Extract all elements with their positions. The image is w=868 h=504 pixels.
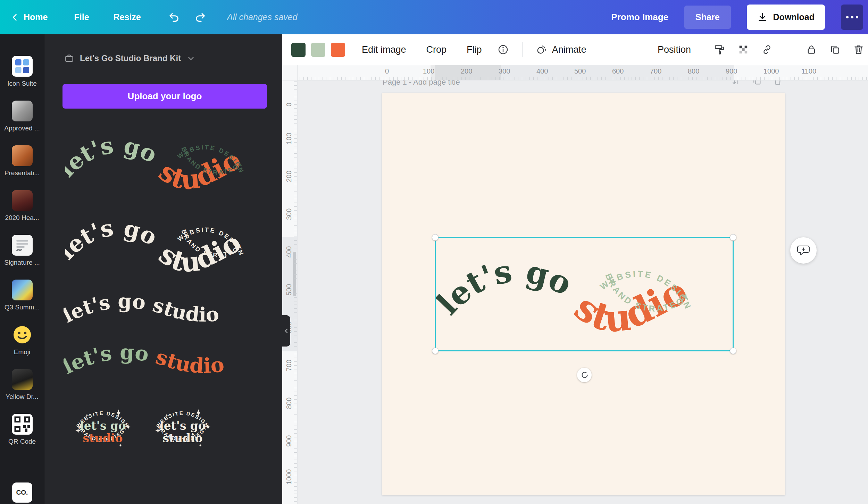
delete-button[interactable] xyxy=(853,44,865,55)
content-planner-logo[interactable]: CO. xyxy=(12,482,32,503)
canvas-area[interactable]: 0 100 200 300 400 500 600 700 800 900 10… xyxy=(282,65,868,504)
animate-icon xyxy=(536,44,548,55)
yellow-dress-thumbnail xyxy=(12,369,33,390)
brand-kit-selector[interactable]: Let's Go Studio Brand Kit xyxy=(64,53,195,63)
animate-button[interactable]: Animate xyxy=(536,44,586,55)
icon-suite-thumbnail xyxy=(12,56,33,77)
flip-button[interactable]: Flip xyxy=(467,44,482,55)
color-swatch-dark-green[interactable] xyxy=(291,43,306,57)
horizontal-ruler: 0 100 200 300 400 500 600 700 800 900 10… xyxy=(298,65,868,80)
duplicate-icon xyxy=(829,44,841,55)
resize-menu[interactable]: Resize xyxy=(114,12,141,22)
rail-item-q3-summary[interactable]: Q3 Summ... xyxy=(0,280,44,311)
comment-button[interactable] xyxy=(790,237,817,264)
rail-item-qr-code[interactable]: QR Code xyxy=(0,414,44,445)
svg-text:let's go studio: let's go studio xyxy=(64,290,220,327)
more-button[interactable] xyxy=(841,5,863,30)
link-icon xyxy=(761,44,773,55)
rotate-icon xyxy=(580,370,589,379)
lock-icon xyxy=(806,44,817,55)
document-title[interactable]: Promo Image xyxy=(611,12,668,23)
rail-item-presentation[interactable]: Presentati... xyxy=(0,145,44,177)
comment-bubble-icon xyxy=(796,244,810,257)
download-icon xyxy=(757,12,768,23)
topbar: Home File Resize All changes saved Promo… xyxy=(0,0,868,34)
link-button[interactable] xyxy=(761,44,773,55)
lock-button[interactable] xyxy=(806,44,817,55)
paint-roller-icon xyxy=(714,44,726,55)
edit-image-button[interactable]: Edit image xyxy=(362,44,406,55)
svg-text:let's gostudio: let's gostudio xyxy=(64,341,225,379)
logo-badge-color[interactable]: WEBSITE DESIGN BRAND STRATEGY let's go s… xyxy=(66,392,140,465)
more-icon xyxy=(846,16,849,18)
badge-lets-text: let's go xyxy=(80,419,126,433)
badge-studio-text: studio xyxy=(83,432,123,445)
rail-item-emoji[interactable]: Emoji xyxy=(0,324,44,356)
resize-handle-top-right[interactable] xyxy=(730,234,736,241)
share-button[interactable]: Share xyxy=(684,6,731,29)
signature-thumbnail xyxy=(12,235,33,256)
panel-collapse-tab[interactable] xyxy=(282,315,290,347)
rail-item-approved[interactable]: Approved ... xyxy=(0,101,44,132)
undo-button[interactable] xyxy=(168,11,180,23)
download-button[interactable]: Download xyxy=(747,5,825,30)
info-button[interactable] xyxy=(497,44,509,55)
brand-kit-panel: Let's Go Studio Brand Kit Upload your lo… xyxy=(44,34,282,504)
logo-variant-circle-white[interactable]: let's go studio WEBSITE DESIGN BRAND STR… xyxy=(65,203,267,286)
rail-item-2020-headshot[interactable]: 2020 Hea... xyxy=(0,190,44,222)
approved-thumbnail xyxy=(12,101,33,121)
undo-icon xyxy=(168,11,180,23)
save-status: All changes saved xyxy=(227,12,298,22)
redo-icon xyxy=(194,11,206,23)
crop-button[interactable]: Crop xyxy=(426,44,447,55)
rail-item-yellow-dress[interactable]: Yellow Dr... xyxy=(0,369,44,401)
transparency-icon xyxy=(737,44,749,55)
logo-variant-wordmark-white[interactable]: let's go studio xyxy=(64,290,268,335)
logo-studio-text: studio xyxy=(153,345,225,378)
badge-lets-text: let's go xyxy=(159,419,206,433)
resize-handle-top-left[interactable] xyxy=(432,234,439,241)
upload-logo-button[interactable]: Upload your logo xyxy=(62,84,267,109)
collapse-chevron-icon xyxy=(283,328,290,334)
logo-badge-white[interactable]: WEBSITE DESIGN BRAND STRATEGY let's go s… xyxy=(146,392,219,465)
duplicate-button[interactable] xyxy=(829,44,841,55)
rotate-handle[interactable] xyxy=(577,368,592,382)
badge-studio-text: studio xyxy=(163,432,203,445)
logo-variant-wordmark-color[interactable]: let's gostudio xyxy=(64,341,268,387)
brand-kit-title: Let's Go Studio Brand Kit xyxy=(80,53,181,63)
chevron-left-icon xyxy=(10,12,20,22)
resize-handle-bottom-left[interactable] xyxy=(432,348,439,354)
canvas-selected-logo[interactable]: let's go studio WEBSITE DESIGN BRAND STR… xyxy=(435,237,734,351)
emoji-smiley-icon xyxy=(12,324,33,345)
transparency-button[interactable] xyxy=(737,44,749,55)
svg-text:let's go: let's go xyxy=(65,131,161,182)
logo-lets-text: let's go xyxy=(64,341,150,379)
app-rail: Icon Suite Approved ... Presentati... 20… xyxy=(0,34,44,504)
file-menu[interactable]: File xyxy=(74,12,89,22)
workspace: Edit image Crop Flip Animate Position xyxy=(282,34,868,504)
home-label: Home xyxy=(24,12,48,22)
brand-kit-icon xyxy=(64,53,74,63)
logo-lets-text: let's go xyxy=(435,252,578,322)
copy-style-button[interactable] xyxy=(714,44,726,55)
q3-thumbnail xyxy=(12,280,33,300)
ruler-corner xyxy=(282,65,298,80)
chevron-down-icon xyxy=(186,54,195,63)
headshot-thumbnail xyxy=(12,190,33,211)
rail-item-icon-suite[interactable]: Icon Suite xyxy=(0,56,44,87)
resize-handle-bottom-right[interactable] xyxy=(730,348,736,354)
trash-icon xyxy=(853,44,865,55)
rail-item-signature[interactable]: Signature ... xyxy=(0,235,44,266)
logo-variant-circle-color[interactable]: let's go studio WEBSITE DESIGN BRAND STR… xyxy=(65,120,267,204)
download-label: Download xyxy=(773,12,815,22)
svg-text:let's go: let's go xyxy=(435,252,578,322)
qr-code-icon xyxy=(12,414,33,435)
color-swatch-sage[interactable] xyxy=(311,43,325,57)
color-swatch-orange[interactable] xyxy=(331,43,345,57)
logo-lets-text: let's go xyxy=(65,131,161,182)
position-button[interactable]: Position xyxy=(658,44,691,55)
presentation-thumbnail xyxy=(12,145,33,166)
redo-button[interactable] xyxy=(194,11,206,23)
vertical-scrollbar-thumb[interactable] xyxy=(293,252,296,296)
home-button[interactable]: Home xyxy=(10,12,48,22)
